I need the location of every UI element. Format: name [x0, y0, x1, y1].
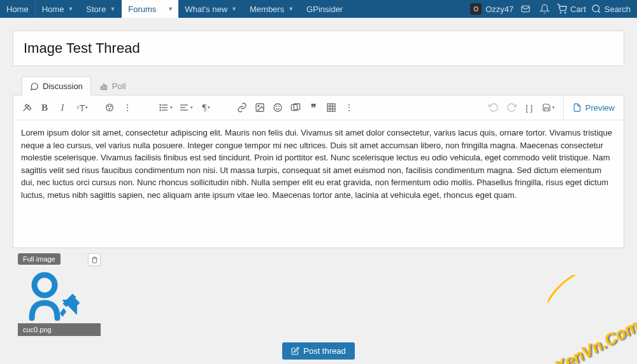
nav-whatsnew[interactable]: What's new▼	[178, 0, 243, 18]
attachment-filename: cuc0.png	[18, 323, 101, 336]
cart-icon	[557, 4, 567, 14]
more-insert-icon[interactable]: ⋮	[341, 99, 357, 116]
editor-textarea[interactable]: Lorem ipsum dolor sit amet, consectetur …	[13, 120, 624, 248]
list-icon[interactable]: ▾	[156, 99, 175, 116]
nav-left: Home Home▼ Store▼ Forums ▼ What's new▼ M…	[0, 0, 470, 18]
chevron-down-icon: ▼	[68, 6, 73, 12]
nav-gpinsider[interactable]: GPinsider	[300, 0, 349, 18]
more-format-icon[interactable]: ⋮	[119, 99, 136, 116]
poll-icon	[99, 82, 108, 91]
svg-point-10	[110, 106, 111, 106]
file-icon	[573, 103, 582, 112]
smile-icon[interactable]	[269, 99, 286, 116]
media-icon[interactable]	[287, 99, 304, 116]
svg-point-24	[276, 106, 277, 107]
chevron-down-icon: ▼	[168, 6, 173, 12]
attachments-area: Full image cuc0.png	[13, 248, 624, 336]
svg-point-1	[561, 12, 561, 13]
table-icon[interactable]	[323, 99, 340, 116]
redo-icon[interactable]	[503, 99, 520, 116]
edit-icon	[291, 347, 299, 355]
svg-point-17	[160, 109, 161, 110]
page-title: Image Test Thread	[24, 40, 613, 57]
cart-link[interactable]: Cart	[557, 4, 586, 14]
nav-members[interactable]: Members▼	[243, 0, 300, 18]
clear-format-icon[interactable]	[18, 99, 35, 116]
image-icon[interactable]	[252, 99, 268, 116]
page-content: Image Test Thread Discussion Poll B I тT…	[0, 18, 637, 360]
inbox-icon[interactable]	[519, 2, 533, 16]
bell-icon[interactable]	[538, 2, 552, 16]
user-menu[interactable]: O Ozzy47	[470, 3, 513, 15]
chevron-down-icon: ▼	[231, 6, 237, 12]
svg-marker-35	[60, 308, 66, 317]
svg-point-16	[160, 107, 161, 108]
username: Ozzy47	[485, 4, 513, 14]
svg-point-15	[160, 104, 161, 105]
svg-point-11	[109, 108, 110, 109]
trash-icon	[91, 256, 98, 263]
title-block: Image Test Thread	[13, 31, 624, 66]
svg-line-4	[598, 11, 600, 13]
bbcode-icon[interactable]: [ ]	[521, 99, 538, 116]
tab-discussion[interactable]: Discussion	[22, 76, 91, 95]
font-size-icon[interactable]: тT▾	[72, 99, 92, 116]
attachment-card: Full image cuc0.png	[18, 253, 101, 336]
svg-rect-5	[101, 87, 102, 90]
avatar: O	[470, 3, 482, 15]
nav-home-1[interactable]: Home	[0, 0, 36, 18]
undo-icon[interactable]	[485, 99, 502, 116]
nav-store[interactable]: Store▼	[80, 0, 122, 18]
svg-point-2	[565, 12, 566, 13]
search-icon	[591, 4, 601, 14]
svg-rect-28	[327, 104, 335, 111]
submit-bar: Post thread	[13, 342, 624, 360]
nav-home-2[interactable]: Home▼	[36, 0, 80, 18]
chevron-down-icon: ▼	[288, 6, 294, 12]
top-navigation: Home Home▼ Store▼ Forums ▼ What's new▼ M…	[0, 0, 637, 18]
post-thread-button[interactable]: Post thread	[282, 342, 355, 360]
nav-right: O Ozzy47 Cart Search	[470, 0, 637, 18]
svg-point-22	[258, 106, 259, 107]
nav-forums[interactable]: Forums	[122, 0, 162, 18]
svg-point-9	[108, 106, 108, 106]
full-image-button[interactable]: Full image	[18, 253, 61, 265]
editor-panel: B I тT▾ ⋮ ▾ ▾ ¶▾ ❞ ⋮ [ ] ▾ Previ	[13, 95, 624, 248]
svg-rect-7	[105, 85, 106, 89]
tab-poll[interactable]: Poll	[91, 76, 134, 95]
preview-button[interactable]: Preview	[563, 95, 624, 120]
nav-forums-caret[interactable]: ▼	[162, 0, 178, 18]
svg-point-25	[279, 106, 280, 107]
thread-tabs: Discussion Poll	[22, 76, 624, 95]
attachment-thumbnail[interactable]	[18, 269, 82, 321]
link-icon[interactable]	[234, 99, 250, 116]
chevron-down-icon: ▼	[110, 6, 115, 12]
delete-attachment-button[interactable]	[88, 253, 101, 266]
svg-point-8	[106, 104, 113, 111]
svg-point-23	[274, 104, 282, 111]
comments-icon	[30, 82, 39, 91]
align-icon[interactable]: ▾	[176, 99, 196, 116]
svg-rect-6	[103, 84, 104, 89]
color-icon[interactable]	[101, 99, 118, 116]
italic-icon[interactable]: I	[54, 99, 71, 116]
draft-icon[interactable]: ▾	[539, 99, 558, 116]
paragraph-icon[interactable]: ¶▾	[197, 99, 216, 116]
bold-icon[interactable]: B	[36, 99, 53, 116]
svg-point-33	[34, 275, 55, 295]
search-link[interactable]: Search	[591, 4, 631, 14]
editor-toolbar: B I тT▾ ⋮ ▾ ▾ ¶▾ ❞ ⋮ [ ] ▾ Previ	[13, 95, 624, 120]
quote-icon[interactable]: ❞	[305, 99, 322, 116]
